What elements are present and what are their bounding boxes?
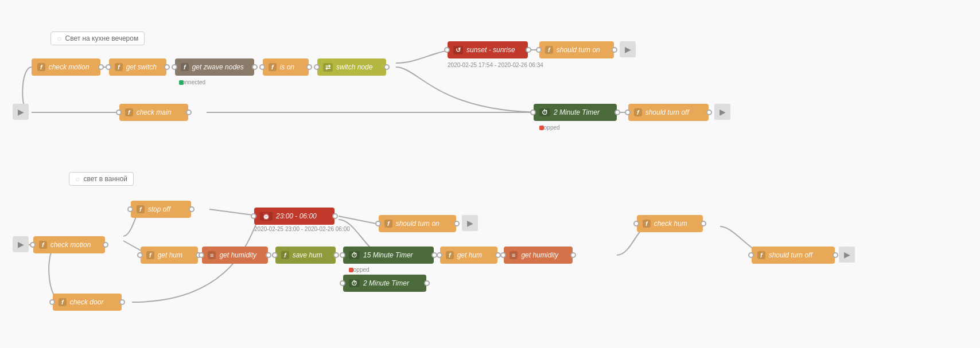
- port-right: [833, 252, 838, 258]
- node-get-hum-2[interactable]: get hum: [440, 247, 497, 264]
- datetime-status-2: 2020-02-25 23:00 - 2020-02-26 06:00: [254, 226, 350, 232]
- port-right: [526, 47, 531, 53]
- arrow-left-1[interactable]: ▶: [13, 104, 29, 120]
- node-check-hum[interactable]: check hum: [637, 215, 703, 232]
- port-left: [500, 252, 506, 258]
- port-right: [333, 252, 339, 258]
- port-left: [116, 110, 122, 115]
- port-left: [748, 252, 754, 258]
- port-left: [375, 221, 381, 226]
- port-left: [199, 252, 204, 258]
- port-right: [103, 242, 108, 248]
- node-get-humidity-2[interactable]: get humidity: [504, 247, 573, 264]
- port-left: [127, 206, 133, 212]
- node-should-turn-off-1[interactable]: should turn off: [628, 104, 709, 121]
- arrow-right-2[interactable]: ▶: [714, 104, 730, 120]
- node-get-zwave[interactable]: get zwave nodes: [175, 58, 254, 76]
- port-right: [98, 64, 104, 70]
- port-right: [706, 110, 712, 115]
- stopped-status-1: stopped: [539, 124, 560, 131]
- port-right: [332, 213, 338, 219]
- port-left: [530, 110, 536, 115]
- node-should-turn-off-2[interactable]: should turn off: [752, 247, 835, 264]
- node-check-motion-1[interactable]: check motion: [32, 58, 100, 76]
- node-is-on[interactable]: is on: [263, 58, 309, 76]
- port-left: [536, 47, 542, 53]
- flow1-label: Свет на кухне вечером: [50, 32, 145, 45]
- node-get-switch[interactable]: get switch: [109, 58, 166, 76]
- port-left: [272, 252, 278, 258]
- node-2min-timer-2[interactable]: 2 Minute Timer: [343, 275, 426, 292]
- node-save-hum[interactable]: save hum: [275, 247, 336, 264]
- port-left: [251, 213, 256, 219]
- node-get-hum-1[interactable]: get hum: [141, 247, 198, 264]
- node-check-motion-2[interactable]: check motion: [33, 236, 105, 253]
- port-left: [633, 221, 639, 226]
- port-left: [444, 47, 450, 53]
- port-left: [340, 280, 345, 286]
- arrow-right-4[interactable]: ▶: [839, 247, 855, 263]
- flow-canvas: Свет на кухне вечером check motion get s…: [0, 0, 980, 348]
- port-left: [172, 64, 177, 70]
- arrow-left-2[interactable]: ▶: [13, 236, 29, 252]
- arrow-right-3[interactable]: ▶: [462, 215, 478, 231]
- stopped-status-2: stopped: [349, 267, 370, 273]
- port-left: [437, 252, 442, 258]
- port-right: [186, 110, 192, 115]
- port-right: [119, 299, 125, 305]
- port-right: [164, 64, 170, 70]
- node-should-turn-on-2[interactable]: should turn on: [379, 215, 456, 232]
- stopped-dot: [539, 126, 544, 130]
- port-left: [49, 299, 55, 305]
- port-left: [625, 110, 631, 115]
- node-should-turn-on-1[interactable]: should turn on: [539, 41, 614, 58]
- port-right: [384, 64, 390, 70]
- port-right: [612, 47, 617, 53]
- node-switch[interactable]: switch node: [317, 58, 386, 76]
- arrow-right-1[interactable]: ▶: [620, 41, 636, 57]
- node-check-door[interactable]: check door: [53, 294, 122, 311]
- port-left: [314, 64, 320, 70]
- port-left: [259, 64, 265, 70]
- port-right: [252, 64, 258, 70]
- port-right: [454, 221, 460, 226]
- port-left: [30, 242, 36, 248]
- connected-status: connected: [179, 79, 205, 85]
- flow2-label: свет в ванной: [69, 172, 134, 186]
- port-left: [137, 252, 143, 258]
- node-get-humidity-1[interactable]: get humidity: [202, 247, 268, 264]
- connected-dot: [179, 80, 184, 85]
- node-sunset[interactable]: sunset - sunrise: [448, 41, 528, 58]
- datetime-status-1: 2020-02-25 17:54 - 2020-02-26 06:34: [448, 62, 543, 68]
- node-stop-off[interactable]: stop off: [131, 201, 191, 218]
- node-check-main[interactable]: check main: [119, 104, 188, 121]
- node-2min-timer-1[interactable]: 2 Minute Timer: [534, 104, 617, 121]
- port-right: [570, 252, 576, 258]
- port-right: [701, 221, 706, 226]
- stopped-dot-2: [349, 268, 353, 272]
- port-right: [615, 110, 620, 115]
- node-time-range[interactable]: 23:00 - 06:00: [254, 208, 335, 225]
- port-right: [306, 64, 312, 70]
- port-left: [340, 252, 345, 258]
- port-right: [189, 206, 195, 212]
- port-right: [424, 280, 430, 286]
- port-left: [106, 64, 111, 70]
- node-15min-timer[interactable]: 15 Minute Timer: [343, 247, 434, 264]
- port-right: [266, 252, 271, 258]
